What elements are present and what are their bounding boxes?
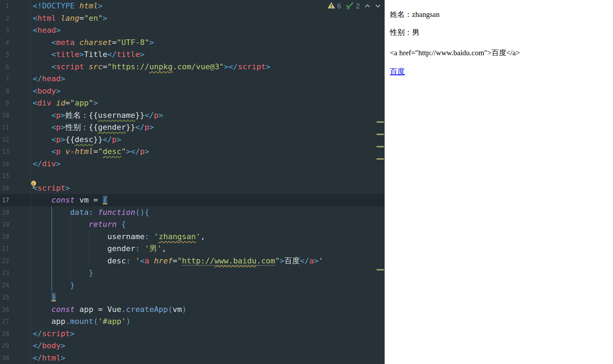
browser-preview-panel: 姓名：zhangsan 性别：男 <a href="http://www.bai… xyxy=(385,0,613,364)
line-number[interactable]: 3 xyxy=(0,24,9,37)
line-number[interactable]: 7 xyxy=(0,73,9,85)
code-text: const vm = { xyxy=(33,194,107,206)
scrollbar-warning-mark[interactable] xyxy=(377,158,384,160)
code-line[interactable]: 22 desc: '<a href="http://www.baidu.com"… xyxy=(0,255,385,267)
code-text: <script> xyxy=(33,182,70,194)
code-line[interactable]: 6 <script src="https://unpkg.com/vue@3">… xyxy=(0,61,385,73)
line-number[interactable]: 15 xyxy=(0,170,9,182)
code-line[interactable]: 13 <p v-html="desc"></p> xyxy=(0,146,385,158)
line-number[interactable]: 24 xyxy=(0,279,9,292)
line-number[interactable]: 1 xyxy=(0,0,9,12)
code-line[interactable]: 28</script> xyxy=(0,328,385,340)
line-number[interactable]: 25 xyxy=(0,291,9,304)
line-number[interactable]: 20 xyxy=(0,231,9,243)
code-text: } xyxy=(33,291,56,304)
code-text: </html> xyxy=(33,352,65,364)
code-line[interactable]: 9<div id="app"> xyxy=(0,97,385,109)
line-number[interactable]: 10 xyxy=(0,109,9,122)
intention-bulb-icon[interactable] xyxy=(31,180,37,189)
code-text: return { xyxy=(33,218,126,231)
code-line[interactable]: 11 <p>性别：{{gender}}</p> xyxy=(0,121,385,134)
preview-desc-literal: <a href="http://www.baidu.com">百度</a> xyxy=(390,48,613,58)
code-line[interactable]: 29</body> xyxy=(0,340,385,352)
code-line[interactable]: 23 } xyxy=(0,267,385,279)
line-number[interactable]: 19 xyxy=(0,218,9,231)
line-number[interactable]: 13 xyxy=(0,146,9,158)
line-number[interactable]: 30 xyxy=(0,352,9,364)
line-number[interactable]: 27 xyxy=(0,315,9,328)
line-number[interactable]: 4 xyxy=(0,37,9,49)
code-line[interactable]: 14</div> xyxy=(0,158,385,170)
line-number[interactable]: 11 xyxy=(0,121,9,134)
code-line[interactable]: 5 <title>Title</title> xyxy=(0,49,385,61)
code-text: <div id="app"> xyxy=(33,97,98,109)
line-number[interactable]: 8 xyxy=(0,85,9,97)
scrollbar-warning-mark[interactable] xyxy=(377,269,384,270)
code-text: <p>姓名：{{username}}</p> xyxy=(33,109,163,122)
code-line[interactable]: 15 xyxy=(0,170,385,182)
line-number[interactable]: 9 xyxy=(0,97,9,109)
line-number[interactable]: 26 xyxy=(0,304,9,316)
code-line[interactable]: 3<head> xyxy=(0,24,385,37)
code-text: <p>性别：{{gender}}</p> xyxy=(33,121,154,134)
code-editor-panel[interactable]: 1<!DOCTYPE html>2<html lang="en">3<head>… xyxy=(0,0,385,364)
code-line[interactable]: 12 <p>{{desc}}</p> xyxy=(0,134,385,146)
code-text: username: 'zhangsan', xyxy=(33,231,205,243)
line-number[interactable]: 17 xyxy=(0,194,9,206)
code-line[interactable]: 30</html> xyxy=(0,352,385,364)
code-text: <!DOCTYPE html> xyxy=(33,0,103,12)
code-line[interactable]: 24 } xyxy=(0,279,385,292)
chevron-up-icon[interactable] xyxy=(365,3,370,9)
gender-label: 性别： xyxy=(390,28,412,36)
code-line[interactable]: 18 data: function(){ xyxy=(0,206,385,219)
line-number[interactable]: 23 xyxy=(0,267,9,279)
code-text: </body> xyxy=(33,340,65,352)
name-value: zhangsan xyxy=(412,10,440,19)
baidu-link[interactable]: 百度 xyxy=(390,67,405,75)
code-line[interactable]: 16<script> xyxy=(0,182,385,194)
warning-count[interactable]: 6 xyxy=(337,2,341,10)
code-line[interactable]: 20 username: 'zhangsan', xyxy=(0,231,385,243)
line-number[interactable]: 28 xyxy=(0,328,9,340)
code-line[interactable]: 21 gender: '男', xyxy=(0,243,385,255)
scrollbar-warning-mark[interactable] xyxy=(377,146,384,147)
typo-check-icon[interactable] xyxy=(346,1,354,11)
code-line[interactable]: 26 const app = Vue.createApp(vm) xyxy=(0,304,385,316)
gender-value: 男 xyxy=(412,28,419,36)
line-number[interactable]: 5 xyxy=(0,49,9,61)
code-line[interactable]: 8<body> xyxy=(0,85,385,97)
line-number[interactable]: 12 xyxy=(0,134,9,146)
code-text: <p v-html="desc"></p> xyxy=(33,146,149,158)
scrollbar-warning-mark[interactable] xyxy=(377,134,384,135)
code-line[interactable]: 17 const vm = { xyxy=(0,194,385,206)
scrollbar-warning-mark[interactable] xyxy=(377,121,384,123)
indent-guide xyxy=(70,218,70,279)
code-text: <title>Title</title> xyxy=(33,49,145,61)
line-number[interactable]: 22 xyxy=(0,255,9,267)
line-number[interactable]: 2 xyxy=(0,12,9,25)
preview-link-row: 百度 xyxy=(390,66,613,76)
line-number[interactable]: 6 xyxy=(0,61,9,73)
code-line[interactable]: 25 } xyxy=(0,291,385,304)
line-number[interactable]: 29 xyxy=(0,340,9,352)
name-label: 姓名： xyxy=(390,10,412,18)
code-text: </head> xyxy=(33,73,65,85)
code-text: } xyxy=(33,267,93,279)
code-line[interactable]: 10 <p>姓名：{{username}}</p> xyxy=(0,109,385,122)
line-number[interactable]: 14 xyxy=(0,158,9,170)
code-line[interactable]: 7</head> xyxy=(0,73,385,85)
code-line[interactable]: 27 app.mount('#app') xyxy=(0,315,385,328)
code-line[interactable]: 4 <meta charset="UTF-8"> xyxy=(0,37,385,49)
line-number[interactable]: 18 xyxy=(0,206,9,219)
code-text: data: function(){ xyxy=(33,206,149,219)
typo-count[interactable]: 2 xyxy=(356,2,360,10)
line-number[interactable]: 21 xyxy=(0,243,9,255)
chevron-down-icon[interactable] xyxy=(375,3,381,9)
line-number[interactable]: 16 xyxy=(0,182,9,194)
code-line[interactable]: 19 return { xyxy=(0,218,385,231)
indent-guide-active xyxy=(51,206,52,292)
warning-triangle-icon[interactable] xyxy=(327,2,335,11)
code-line[interactable]: 2<html lang="en"> xyxy=(0,12,385,25)
code-text: <p>{{desc}}</p> xyxy=(33,134,121,146)
inspection-widget[interactable]: 6 2 xyxy=(327,1,384,11)
